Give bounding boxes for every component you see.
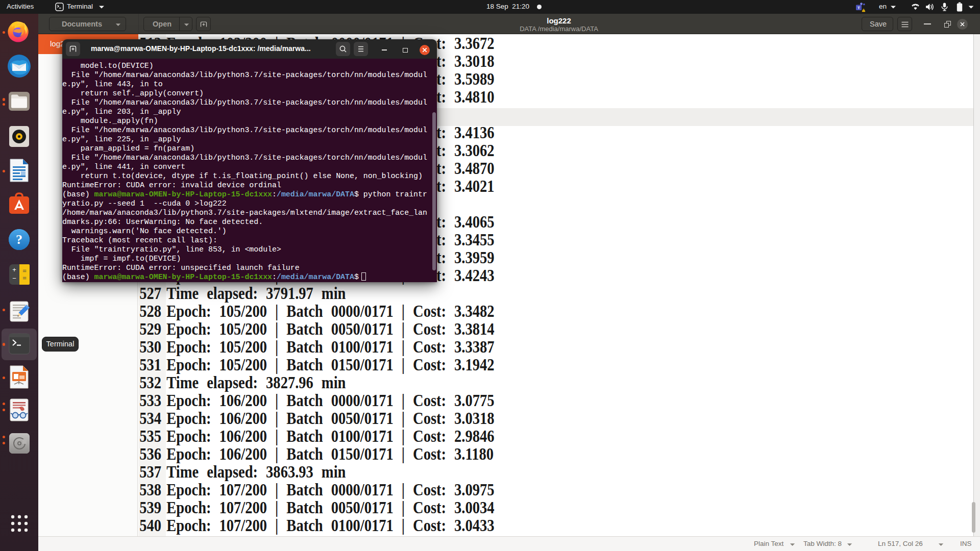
svg-text:?: ? (16, 232, 22, 247)
svg-text:=: = (22, 274, 27, 282)
svg-text:−: − (12, 274, 16, 282)
svg-text:=: = (22, 267, 27, 274)
svg-text:!: ! (863, 9, 864, 12)
svg-text:+: + (12, 266, 16, 273)
svg-text:T: T (857, 6, 860, 10)
